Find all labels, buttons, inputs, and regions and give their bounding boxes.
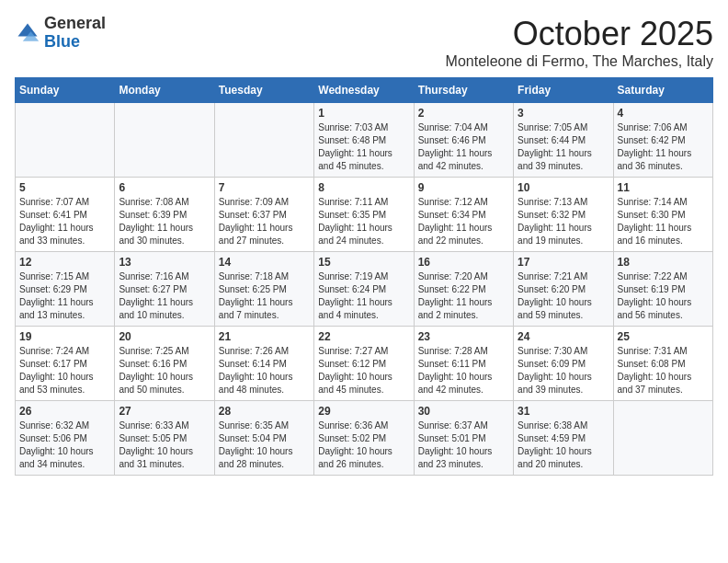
- day-cell: 27Sunrise: 6:33 AM Sunset: 5:05 PM Dayli…: [115, 401, 214, 476]
- day-number: 3: [518, 107, 609, 120]
- logo-icon: [15, 20, 40, 46]
- day-cell: [613, 401, 712, 476]
- week-row-1: 1Sunrise: 7:03 AM Sunset: 6:48 PM Daylig…: [16, 103, 713, 178]
- calendar-subtitle: Monteleone di Fermo, The Marches, Italy: [446, 53, 713, 70]
- day-number: 26: [19, 405, 110, 418]
- header-cell-wednesday: Wednesday: [314, 78, 414, 103]
- day-info: Sunrise: 7:12 AM Sunset: 6:34 PM Dayligh…: [418, 196, 509, 247]
- day-number: 31: [518, 405, 609, 418]
- day-info: Sunrise: 7:09 AM Sunset: 6:37 PM Dayligh…: [219, 196, 310, 247]
- day-cell: 10Sunrise: 7:13 AM Sunset: 6:32 PM Dayli…: [514, 178, 613, 252]
- day-cell: 22Sunrise: 7:27 AM Sunset: 6:12 PM Dayli…: [314, 327, 414, 401]
- day-cell: 17Sunrise: 7:21 AM Sunset: 6:20 PM Dayli…: [514, 252, 613, 327]
- day-info: Sunrise: 7:14 AM Sunset: 6:30 PM Dayligh…: [618, 196, 709, 247]
- day-info: Sunrise: 7:03 AM Sunset: 6:48 PM Dayligh…: [318, 121, 409, 173]
- day-info: Sunrise: 7:18 AM Sunset: 6:25 PM Dayligh…: [219, 270, 310, 322]
- header-cell-thursday: Thursday: [414, 78, 513, 103]
- title-block: October 2025 Monteleone di Fermo, The Ma…: [446, 15, 713, 70]
- day-info: Sunrise: 7:13 AM Sunset: 6:32 PM Dayligh…: [518, 196, 609, 247]
- day-number: 12: [19, 256, 110, 269]
- day-cell: [115, 103, 214, 178]
- day-info: Sunrise: 7:06 AM Sunset: 6:42 PM Dayligh…: [618, 121, 709, 173]
- day-number: 16: [418, 256, 509, 269]
- day-number: 13: [119, 256, 210, 269]
- header-row: SundayMondayTuesdayWednesdayThursdayFrid…: [16, 78, 713, 103]
- day-cell: 20Sunrise: 7:25 AM Sunset: 6:16 PM Dayli…: [115, 327, 214, 401]
- calendar-header: SundayMondayTuesdayWednesdayThursdayFrid…: [16, 78, 713, 103]
- day-info: Sunrise: 6:33 AM Sunset: 5:05 PM Dayligh…: [119, 419, 210, 471]
- week-row-2: 5Sunrise: 7:07 AM Sunset: 6:41 PM Daylig…: [16, 178, 713, 252]
- day-cell: 31Sunrise: 6:38 AM Sunset: 4:59 PM Dayli…: [514, 401, 613, 476]
- svg-marker-0: [18, 23, 38, 36]
- day-number: 17: [518, 256, 609, 269]
- day-number: 5: [19, 181, 110, 194]
- day-cell: 25Sunrise: 7:31 AM Sunset: 6:08 PM Dayli…: [613, 327, 712, 401]
- day-cell: 23Sunrise: 7:28 AM Sunset: 6:11 PM Dayli…: [414, 327, 513, 401]
- day-cell: 9Sunrise: 7:12 AM Sunset: 6:34 PM Daylig…: [414, 178, 513, 252]
- day-info: Sunrise: 6:36 AM Sunset: 5:02 PM Dayligh…: [318, 419, 409, 471]
- day-cell: 29Sunrise: 6:36 AM Sunset: 5:02 PM Dayli…: [314, 401, 414, 476]
- day-info: Sunrise: 7:19 AM Sunset: 6:24 PM Dayligh…: [318, 270, 409, 322]
- day-info: Sunrise: 7:07 AM Sunset: 6:41 PM Dayligh…: [19, 196, 110, 247]
- day-info: Sunrise: 7:05 AM Sunset: 6:44 PM Dayligh…: [518, 121, 609, 173]
- day-info: Sunrise: 7:04 AM Sunset: 6:46 PM Dayligh…: [418, 121, 509, 173]
- day-number: 11: [618, 181, 709, 194]
- day-info: Sunrise: 7:31 AM Sunset: 6:08 PM Dayligh…: [618, 345, 709, 396]
- day-cell: 11Sunrise: 7:14 AM Sunset: 6:30 PM Dayli…: [613, 178, 712, 252]
- day-cell: 12Sunrise: 7:15 AM Sunset: 6:29 PM Dayli…: [16, 252, 115, 327]
- day-info: Sunrise: 7:28 AM Sunset: 6:11 PM Dayligh…: [418, 345, 509, 396]
- day-cell: 30Sunrise: 6:37 AM Sunset: 5:01 PM Dayli…: [414, 401, 513, 476]
- day-cell: 18Sunrise: 7:22 AM Sunset: 6:19 PM Dayli…: [613, 252, 712, 327]
- day-number: 22: [318, 330, 409, 343]
- day-info: Sunrise: 7:24 AM Sunset: 6:17 PM Dayligh…: [19, 345, 110, 396]
- day-cell: 28Sunrise: 6:35 AM Sunset: 5:04 PM Dayli…: [214, 401, 313, 476]
- day-info: Sunrise: 6:35 AM Sunset: 5:04 PM Dayligh…: [219, 419, 310, 471]
- day-info: Sunrise: 7:30 AM Sunset: 6:09 PM Dayligh…: [518, 345, 609, 396]
- day-info: Sunrise: 6:32 AM Sunset: 5:06 PM Dayligh…: [19, 419, 110, 471]
- header-cell-saturday: Saturday: [613, 78, 712, 103]
- day-cell: 14Sunrise: 7:18 AM Sunset: 6:25 PM Dayli…: [214, 252, 313, 327]
- day-info: Sunrise: 6:38 AM Sunset: 4:59 PM Dayligh…: [518, 419, 609, 471]
- day-number: 23: [418, 330, 509, 343]
- day-cell: 24Sunrise: 7:30 AM Sunset: 6:09 PM Dayli…: [514, 327, 613, 401]
- day-cell: 3Sunrise: 7:05 AM Sunset: 6:44 PM Daylig…: [514, 103, 613, 178]
- day-info: Sunrise: 7:11 AM Sunset: 6:35 PM Dayligh…: [318, 196, 409, 247]
- page-header: General Blue October 2025 Monteleone di …: [15, 15, 713, 70]
- day-cell: 26Sunrise: 6:32 AM Sunset: 5:06 PM Dayli…: [16, 401, 115, 476]
- day-number: 9: [418, 181, 509, 194]
- day-number: 4: [618, 107, 709, 120]
- day-info: Sunrise: 7:25 AM Sunset: 6:16 PM Dayligh…: [119, 345, 210, 396]
- calendar-title: October 2025: [446, 15, 713, 53]
- day-number: 10: [518, 181, 609, 194]
- day-cell: 4Sunrise: 7:06 AM Sunset: 6:42 PM Daylig…: [613, 103, 712, 178]
- week-row-5: 26Sunrise: 6:32 AM Sunset: 5:06 PM Dayli…: [16, 401, 713, 476]
- day-info: Sunrise: 7:20 AM Sunset: 6:22 PM Dayligh…: [418, 270, 509, 322]
- day-info: Sunrise: 6:37 AM Sunset: 5:01 PM Dayligh…: [418, 419, 509, 471]
- day-number: 6: [119, 181, 210, 194]
- day-number: 30: [418, 405, 509, 418]
- day-cell: 15Sunrise: 7:19 AM Sunset: 6:24 PM Dayli…: [314, 252, 414, 327]
- day-number: 27: [119, 405, 210, 418]
- header-cell-tuesday: Tuesday: [214, 78, 313, 103]
- day-number: 20: [119, 330, 210, 343]
- day-cell: [16, 103, 115, 178]
- day-number: 25: [618, 330, 709, 343]
- day-cell: 21Sunrise: 7:26 AM Sunset: 6:14 PM Dayli…: [214, 327, 313, 401]
- day-number: 21: [219, 330, 310, 343]
- day-number: 2: [418, 107, 509, 120]
- day-cell: 2Sunrise: 7:04 AM Sunset: 6:46 PM Daylig…: [414, 103, 513, 178]
- day-number: 24: [518, 330, 609, 343]
- day-number: 7: [219, 181, 310, 194]
- calendar-body: 1Sunrise: 7:03 AM Sunset: 6:48 PM Daylig…: [16, 103, 713, 476]
- day-cell: 1Sunrise: 7:03 AM Sunset: 6:48 PM Daylig…: [314, 103, 414, 178]
- header-cell-friday: Friday: [514, 78, 613, 103]
- logo-text: General Blue: [44, 15, 106, 52]
- day-cell: 8Sunrise: 7:11 AM Sunset: 6:35 PM Daylig…: [314, 178, 414, 252]
- day-cell: 5Sunrise: 7:07 AM Sunset: 6:41 PM Daylig…: [16, 178, 115, 252]
- day-cell: 16Sunrise: 7:20 AM Sunset: 6:22 PM Dayli…: [414, 252, 513, 327]
- day-info: Sunrise: 7:21 AM Sunset: 6:20 PM Dayligh…: [518, 270, 609, 322]
- week-row-3: 12Sunrise: 7:15 AM Sunset: 6:29 PM Dayli…: [16, 252, 713, 327]
- day-number: 28: [219, 405, 310, 418]
- day-number: 8: [318, 181, 409, 194]
- day-number: 19: [19, 330, 110, 343]
